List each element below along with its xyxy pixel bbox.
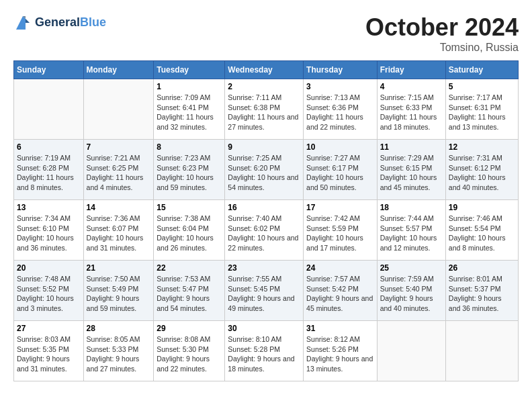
- calendar-cell: 7Sunrise: 7:21 AM Sunset: 6:25 PM Daylig…: [83, 140, 154, 200]
- calendar-cell: 5Sunrise: 7:17 AM Sunset: 6:31 PM Daylig…: [445, 79, 518, 140]
- calendar-cell: [14, 79, 84, 140]
- week-row-4: 20Sunrise: 7:48 AM Sunset: 5:52 PM Dayli…: [14, 261, 519, 321]
- day-info: Sunrise: 7:53 AM Sunset: 5:47 PM Dayligh…: [157, 274, 222, 314]
- day-number: 7: [87, 142, 151, 152]
- day-info: Sunrise: 8:05 AM Sunset: 5:33 PM Dayligh…: [87, 334, 151, 374]
- logo-icon: [13, 13, 32, 32]
- day-number: 11: [380, 142, 443, 152]
- logo: GeneralBlue: [13, 13, 106, 32]
- day-info: Sunrise: 7:27 AM Sunset: 6:17 PM Dayligh…: [306, 153, 374, 193]
- day-info: Sunrise: 7:09 AM Sunset: 6:41 PM Dayligh…: [157, 93, 222, 132]
- day-info: Sunrise: 7:48 AM Sunset: 5:52 PM Dayligh…: [17, 274, 81, 314]
- week-row-3: 13Sunrise: 7:34 AM Sunset: 6:10 PM Dayli…: [14, 200, 519, 261]
- day-info: Sunrise: 7:31 AM Sunset: 6:12 PM Dayligh…: [449, 153, 515, 193]
- day-info: Sunrise: 7:59 AM Sunset: 5:40 PM Dayligh…: [380, 274, 443, 314]
- calendar-cell: 6Sunrise: 7:19 AM Sunset: 6:28 PM Daylig…: [14, 140, 84, 200]
- day-number: 13: [17, 203, 81, 212]
- day-number: 8: [157, 142, 222, 152]
- calendar-cell: [445, 321, 518, 381]
- day-info: Sunrise: 7:21 AM Sunset: 6:25 PM Dayligh…: [87, 153, 151, 193]
- calendar-cell: 14Sunrise: 7:36 AM Sunset: 6:07 PM Dayli…: [83, 200, 154, 261]
- calendar-table: SundayMondayTuesdayWednesdayThursdayFrid…: [13, 60, 519, 381]
- day-number: 30: [228, 324, 300, 333]
- weekday-header-saturday: Saturday: [445, 61, 518, 79]
- week-row-5: 27Sunrise: 8:03 AM Sunset: 5:35 PM Dayli…: [14, 321, 519, 381]
- calendar-cell: 30Sunrise: 8:10 AM Sunset: 5:28 PM Dayli…: [225, 321, 304, 381]
- day-info: Sunrise: 7:11 AM Sunset: 6:38 PM Dayligh…: [228, 93, 300, 132]
- day-info: Sunrise: 7:44 AM Sunset: 5:57 PM Dayligh…: [380, 214, 443, 253]
- day-number: 12: [449, 142, 515, 152]
- weekday-header-friday: Friday: [377, 61, 445, 79]
- day-number: 16: [228, 203, 300, 212]
- day-info: Sunrise: 7:40 AM Sunset: 6:02 PM Dayligh…: [228, 214, 300, 253]
- day-info: Sunrise: 8:01 AM Sunset: 5:37 PM Dayligh…: [449, 274, 515, 314]
- day-info: Sunrise: 7:38 AM Sunset: 6:04 PM Dayligh…: [157, 214, 222, 253]
- weekday-header-thursday: Thursday: [304, 61, 378, 79]
- calendar-cell: 18Sunrise: 7:44 AM Sunset: 5:57 PM Dayli…: [377, 200, 445, 261]
- logo-text: GeneralBlue: [35, 16, 106, 30]
- calendar-cell: 20Sunrise: 7:48 AM Sunset: 5:52 PM Dayli…: [14, 261, 84, 321]
- day-info: Sunrise: 7:55 AM Sunset: 5:45 PM Dayligh…: [228, 274, 300, 314]
- calendar-cell: 16Sunrise: 7:40 AM Sunset: 6:02 PM Dayli…: [225, 200, 304, 261]
- day-info: Sunrise: 8:03 AM Sunset: 5:35 PM Dayligh…: [17, 334, 81, 374]
- day-info: Sunrise: 7:57 AM Sunset: 5:42 PM Dayligh…: [306, 274, 374, 314]
- day-number: 15: [157, 203, 222, 212]
- weekday-header-monday: Monday: [83, 61, 154, 79]
- day-info: Sunrise: 7:23 AM Sunset: 6:23 PM Dayligh…: [157, 153, 222, 193]
- day-number: 1: [157, 82, 222, 91]
- calendar-cell: 12Sunrise: 7:31 AM Sunset: 6:12 PM Dayli…: [445, 140, 518, 200]
- day-info: Sunrise: 7:17 AM Sunset: 6:31 PM Dayligh…: [449, 93, 515, 132]
- calendar-cell: 17Sunrise: 7:42 AM Sunset: 5:59 PM Dayli…: [304, 200, 378, 261]
- day-number: 10: [306, 142, 374, 152]
- day-info: Sunrise: 8:08 AM Sunset: 5:30 PM Dayligh…: [157, 334, 222, 374]
- month-title: October 2024: [365, 13, 519, 42]
- day-number: 31: [306, 324, 374, 333]
- day-number: 25: [380, 263, 443, 273]
- day-number: 21: [87, 263, 151, 273]
- weekday-header-row: SundayMondayTuesdayWednesdayThursdayFrid…: [14, 61, 519, 79]
- calendar-cell: 22Sunrise: 7:53 AM Sunset: 5:47 PM Dayli…: [154, 261, 225, 321]
- calendar-cell: 3Sunrise: 7:13 AM Sunset: 6:36 PM Daylig…: [304, 79, 378, 140]
- week-row-2: 6Sunrise: 7:19 AM Sunset: 6:28 PM Daylig…: [14, 140, 519, 200]
- calendar-cell: [377, 321, 445, 381]
- day-number: 14: [87, 203, 151, 212]
- day-number: 9: [228, 142, 300, 152]
- day-number: 29: [157, 324, 222, 333]
- calendar-cell: 11Sunrise: 7:29 AM Sunset: 6:15 PM Dayli…: [377, 140, 445, 200]
- calendar-cell: 19Sunrise: 7:46 AM Sunset: 5:54 PM Dayli…: [445, 200, 518, 261]
- calendar-cell: 31Sunrise: 8:12 AM Sunset: 5:26 PM Dayli…: [304, 321, 378, 381]
- day-info: Sunrise: 8:12 AM Sunset: 5:26 PM Dayligh…: [306, 334, 374, 374]
- calendar-cell: [83, 79, 154, 140]
- weekday-header-sunday: Sunday: [14, 61, 84, 79]
- day-info: Sunrise: 7:25 AM Sunset: 6:20 PM Dayligh…: [228, 153, 300, 193]
- weekday-header-wednesday: Wednesday: [225, 61, 304, 79]
- week-row-1: 1Sunrise: 7:09 AM Sunset: 6:41 PM Daylig…: [14, 79, 519, 140]
- day-number: 26: [449, 263, 515, 273]
- calendar-cell: 25Sunrise: 7:59 AM Sunset: 5:40 PM Dayli…: [377, 261, 445, 321]
- day-number: 5: [449, 82, 515, 91]
- day-number: 2: [228, 82, 300, 91]
- calendar-cell: 4Sunrise: 7:15 AM Sunset: 6:33 PM Daylig…: [377, 79, 445, 140]
- calendar-cell: 9Sunrise: 7:25 AM Sunset: 6:20 PM Daylig…: [225, 140, 304, 200]
- day-info: Sunrise: 7:46 AM Sunset: 5:54 PM Dayligh…: [449, 214, 515, 253]
- day-number: 28: [87, 324, 151, 333]
- calendar-cell: 15Sunrise: 7:38 AM Sunset: 6:04 PM Dayli…: [154, 200, 225, 261]
- calendar-cell: 13Sunrise: 7:34 AM Sunset: 6:10 PM Dayli…: [14, 200, 84, 261]
- weekday-header-tuesday: Tuesday: [154, 61, 225, 79]
- day-info: Sunrise: 7:29 AM Sunset: 6:15 PM Dayligh…: [380, 153, 443, 193]
- calendar-cell: 24Sunrise: 7:57 AM Sunset: 5:42 PM Dayli…: [304, 261, 378, 321]
- day-number: 18: [380, 203, 443, 212]
- day-info: Sunrise: 7:36 AM Sunset: 6:07 PM Dayligh…: [87, 214, 151, 253]
- calendar-cell: 26Sunrise: 8:01 AM Sunset: 5:37 PM Dayli…: [445, 261, 518, 321]
- day-info: Sunrise: 7:42 AM Sunset: 5:59 PM Dayligh…: [306, 214, 374, 253]
- day-info: Sunrise: 8:10 AM Sunset: 5:28 PM Dayligh…: [228, 334, 300, 374]
- calendar-cell: 28Sunrise: 8:05 AM Sunset: 5:33 PM Dayli…: [83, 321, 154, 381]
- calendar-cell: 29Sunrise: 8:08 AM Sunset: 5:30 PM Dayli…: [154, 321, 225, 381]
- calendar-cell: 23Sunrise: 7:55 AM Sunset: 5:45 PM Dayli…: [225, 261, 304, 321]
- day-number: 17: [306, 203, 374, 212]
- day-number: 27: [17, 324, 81, 333]
- day-number: 4: [380, 82, 443, 91]
- day-number: 19: [449, 203, 515, 212]
- day-number: 22: [157, 263, 222, 273]
- calendar-cell: 1Sunrise: 7:09 AM Sunset: 6:41 PM Daylig…: [154, 79, 225, 140]
